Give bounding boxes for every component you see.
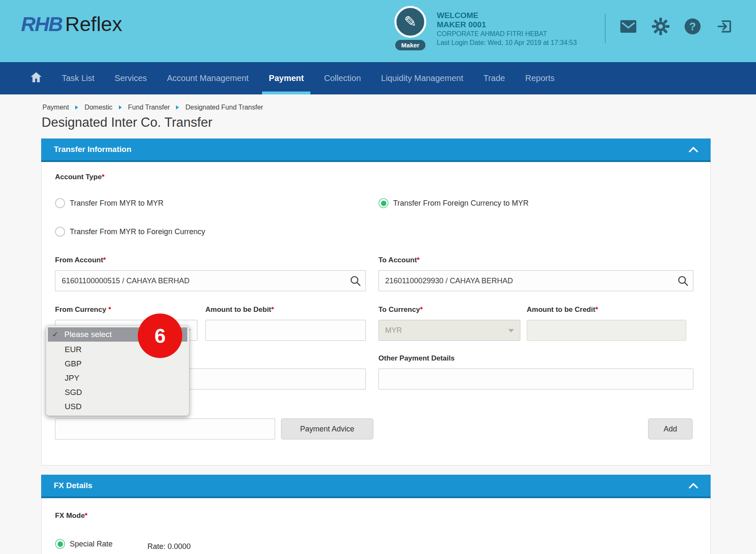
payment-advice-button[interactable]: Payment Advice	[281, 418, 373, 439]
payment-advice-input[interactable]	[55, 418, 275, 439]
fx-mode-label: FX Mode*	[55, 512, 87, 520]
breadcrumb: Payment Domestic Fund Transfer Designate…	[42, 104, 756, 111]
nav-reports[interactable]: Reports	[525, 62, 554, 94]
to-currency-value: MYR	[385, 326, 402, 335]
search-icon[interactable]	[350, 275, 361, 288]
amount-debit-field	[205, 320, 366, 341]
to-account-field	[378, 270, 693, 291]
help-icon[interactable]: ?	[685, 18, 701, 34]
rate-value: Rate: 0.0000	[147, 542, 191, 551]
nav-home[interactable]	[31, 62, 42, 94]
chevron-up-icon[interactable]	[689, 147, 698, 152]
radio-myr-to-myr[interactable]: Transfer From MYR to MYR	[55, 198, 163, 208]
transfer-information-header[interactable]: Transfer Information	[41, 138, 711, 162]
pencil-icon: ✎	[404, 14, 417, 29]
transfer-information-body: Account Type* Transfer From MYR to MYR T…	[41, 162, 711, 465]
from-account-input[interactable]	[55, 270, 366, 291]
amount-debit-label: Amount to be Debit*	[205, 306, 274, 314]
radio-circle[interactable]	[55, 198, 65, 208]
nav-account-management[interactable]: Account Management	[167, 62, 249, 94]
radio-circle-selected[interactable]	[55, 539, 65, 549]
nav-trade[interactable]: Trade	[483, 62, 505, 94]
breadcrumb-domestic[interactable]: Domestic	[84, 104, 113, 111]
home-icon	[31, 72, 42, 84]
dropdown-option-jpy[interactable]: JPY	[65, 371, 174, 385]
nav-payment[interactable]: Payment	[269, 62, 304, 94]
from-account-label: From Account*	[55, 256, 106, 264]
other-payment-details-input[interactable]	[378, 368, 693, 389]
dropdown-option-gbp[interactable]: GBP	[65, 357, 174, 371]
from-currency-label: From Currency*	[55, 306, 111, 314]
dropdown-option-usd[interactable]: USD	[65, 400, 174, 414]
dropdown-option-sgd[interactable]: SGD	[65, 385, 174, 400]
radio-myr-to-foreign[interactable]: Transfer From MYR to Foreign Currency	[55, 227, 205, 237]
app-header: RHB Reflex ✎ Maker WELCOME MAKER 0001 CO…	[0, 0, 756, 62]
amount-credit-label: Amount to be Credit*	[527, 306, 598, 314]
chevron-right-icon	[119, 105, 122, 110]
fx-details-header[interactable]: FX Details	[41, 475, 711, 498]
add-button[interactable]: Add	[648, 418, 693, 439]
search-icon[interactable]	[677, 275, 688, 288]
mail-icon[interactable]	[620, 20, 636, 34]
section-title: Transfer Information	[54, 145, 131, 154]
payment-advice-field	[55, 418, 275, 439]
chevron-right-icon	[176, 105, 179, 110]
transfer-information-panel: Transfer Information Account Type* Trans…	[41, 138, 711, 465]
to-account-input[interactable]	[378, 270, 693, 291]
amount-credit-field	[527, 320, 686, 341]
to-account-label: To Account*	[378, 256, 420, 264]
header-divider	[605, 14, 606, 43]
other-payment-details-label: Other Payment Details	[378, 354, 454, 363]
last-login: Last Login Date: Wed, 10 Apr 2019 at 17:…	[437, 38, 577, 47]
caret-down-icon	[508, 329, 514, 332]
company-name: CORPORATE AHMAD FITRI HEBAT	[437, 29, 577, 38]
nav-collection[interactable]: Collection	[324, 62, 361, 94]
nav-services[interactable]: Services	[115, 62, 147, 94]
to-currency-label: To Currency*	[378, 306, 423, 314]
to-currency-select[interactable]: MYR	[378, 320, 520, 341]
user-id: MAKER 0001	[437, 20, 577, 29]
page-title: Designated Inter Co. Transfer	[42, 115, 756, 130]
welcome-block: WELCOME MAKER 0001 CORPORATE AHMAD FITRI…	[437, 11, 577, 47]
account-type-label: Account Type*	[55, 173, 105, 181]
breadcrumb-payment[interactable]: Payment	[42, 104, 69, 111]
radio-special-rate[interactable]: Special Rate	[55, 539, 113, 549]
role-badge: Maker	[395, 40, 425, 50]
main-nav: Task List Services Account Management Pa…	[0, 62, 756, 94]
welcome-text: WELCOME	[437, 11, 577, 20]
logo-reflex: Reflex	[65, 13, 122, 36]
radio-circle-selected[interactable]	[378, 198, 388, 208]
fx-details-panel: FX Details FX Mode* Special Rate Rate: 0…	[41, 475, 711, 554]
breadcrumb-fund-transfer[interactable]: Fund Transfer	[128, 104, 170, 111]
nav-task-list[interactable]: Task List	[62, 62, 94, 94]
logout-icon[interactable]	[717, 18, 732, 36]
breadcrumb-designated-fund-transfer[interactable]: Designated Fund Transfer	[185, 104, 263, 111]
other-payment-details-field	[378, 368, 693, 389]
logo-rhb: RHB	[21, 13, 62, 36]
amount-debit-input[interactable]	[205, 320, 366, 341]
nav-liquidity-management[interactable]: Liquidity Management	[381, 62, 463, 94]
from-account-field	[55, 270, 366, 291]
chevron-up-icon[interactable]	[689, 483, 698, 489]
check-icon: ✓	[52, 330, 58, 339]
step-annotation-badge: 6	[138, 314, 182, 358]
section-title: FX Details	[54, 481, 92, 490]
fx-details-body: FX Mode* Special Rate Rate: 0.0000	[41, 498, 711, 554]
app-logo: RHB Reflex	[21, 13, 122, 36]
radio-circle[interactable]	[55, 227, 65, 237]
radio-foreign-to-myr[interactable]: Transfer From Foreign Currency to MYR	[378, 198, 528, 208]
gear-icon[interactable]	[652, 18, 669, 37]
user-avatar: ✎	[394, 6, 426, 38]
chevron-right-icon	[75, 105, 78, 110]
amount-credit-input	[527, 320, 686, 341]
